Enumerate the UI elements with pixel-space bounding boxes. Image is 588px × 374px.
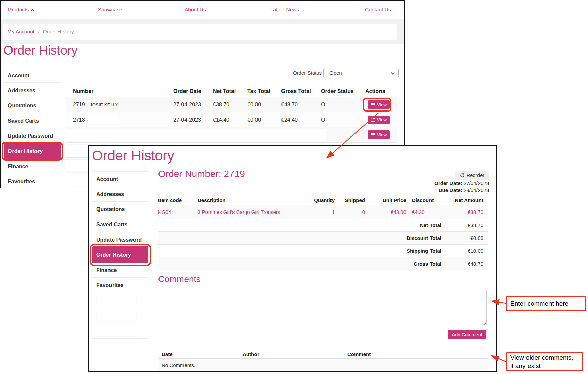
sidebar-item-finance[interactable]: Finance xyxy=(4,159,61,174)
breadcrumb-current: Order History xyxy=(43,29,74,34)
orders-table-header: Number Order Date Net Total Tax Total Gr… xyxy=(66,85,397,97)
arrow-clockwise-icon xyxy=(460,173,465,178)
sidebar-item-addresses[interactable]: Addresses xyxy=(92,186,148,202)
order-items-table: Item code Description Quantity Shipped U… xyxy=(158,195,488,270)
view-order-button[interactable]: View xyxy=(368,116,390,124)
screenshot-canvas: Products Showcase About Us Latest News C… xyxy=(0,0,588,374)
no-comments-message: No Comments. xyxy=(158,359,488,371)
comments-table: Date Author Comment No Comments. xyxy=(158,350,488,371)
sidebar-item-favourites[interactable]: Favourites xyxy=(92,278,148,293)
redaction-box xyxy=(64,129,326,141)
order-row-redacted: View xyxy=(66,127,397,143)
callout-older-comments: View older comments, if any exist xyxy=(506,352,583,371)
order-row-2719: 2719 - JOSIE KELLY 27-04-2023 €38.70 €0.… xyxy=(66,97,397,112)
redaction-box xyxy=(88,115,119,124)
account-sidebar: Account Addresses Quotations Saved Carts… xyxy=(4,68,61,188)
nav-item-latest-news[interactable]: Latest News xyxy=(270,1,299,19)
list-icon xyxy=(371,103,375,106)
items-table-header: Item code Description Quantity Shipped U… xyxy=(158,195,488,205)
nav-item-contact-us[interactable]: Contact Us xyxy=(365,1,391,19)
order-status-filter-label: Order Status xyxy=(271,68,322,78)
sidebar-item-finance[interactable]: Finance xyxy=(92,263,148,278)
item-row-kg04: KG04 3 Pommes Girl's Cargo Girl Trousers… xyxy=(158,205,488,219)
list-icon xyxy=(371,133,375,136)
sidebar-item-order-history-active[interactable]: Order History xyxy=(4,144,61,159)
order-detail-window: Order History Account Addresses Quotatio… xyxy=(88,145,497,372)
sidebar-item-saved-carts[interactable]: Saved Carts xyxy=(4,113,61,128)
view-order-button[interactable]: View xyxy=(368,130,390,139)
comments-table-header: Date Author Comment xyxy=(158,350,488,359)
chevron-up-icon xyxy=(31,9,34,13)
callout-enter-comment: Enter comment here xyxy=(506,296,586,311)
order-row-2718: 2718 - 27-04-2023 €14.40 €0.00 €24.40 O … xyxy=(66,112,397,127)
order-number-heading: Order Number: 2719 xyxy=(158,169,245,179)
order-date-line: Order Date: 27/04/2023 xyxy=(326,180,489,186)
sidebar-item-favourites[interactable]: Favourites xyxy=(4,174,61,188)
total-row-gross: Gross Total €48.70 xyxy=(158,257,488,270)
detail-account-sidebar: Account Addresses Quotations Saved Carts… xyxy=(92,171,148,339)
list-icon xyxy=(371,118,375,122)
sidebar-item-addresses[interactable]: Addresses xyxy=(4,83,61,98)
item-description-link[interactable]: 3 Pommes Girl's Cargo Girl Trousers xyxy=(198,205,306,219)
add-comment-button[interactable]: Add Comment xyxy=(448,330,486,339)
sidebar-item-update-password[interactable]: Update Password xyxy=(92,232,148,247)
sidebar-item-redacted xyxy=(92,293,148,308)
reorder-button[interactable]: Reorder xyxy=(455,171,489,180)
sidebar-item-account[interactable]: Account xyxy=(4,68,61,83)
nav-item-showcase[interactable]: Showcase xyxy=(98,1,122,19)
total-row-net: Net Total €38.70 xyxy=(158,219,488,232)
page-title: Order History xyxy=(3,43,77,58)
sidebar-item-saved-carts[interactable]: Saved Carts xyxy=(92,217,148,232)
breadcrumb: My Account/Order History xyxy=(3,24,397,40)
sidebar-item-redacted xyxy=(92,323,148,339)
redaction-box xyxy=(97,310,136,321)
sidebar-item-order-history-active[interactable]: Order History xyxy=(92,247,148,263)
chevron-down-icon xyxy=(391,71,394,74)
comment-input[interactable] xyxy=(158,290,487,325)
order-status-select[interactable]: Open xyxy=(323,68,399,78)
nav-item-about-us[interactable]: About Us xyxy=(185,1,206,19)
sidebar-item-redacted xyxy=(92,308,148,323)
total-row-shipping: Shipping Total €10.00 xyxy=(158,245,488,257)
breadcrumb-my-account-link[interactable]: My Account xyxy=(7,29,34,34)
sidebar-item-quotations[interactable]: Quotations xyxy=(4,98,61,113)
nav-products-label: Products xyxy=(8,7,29,13)
breadcrumb-separator: / xyxy=(38,29,39,34)
sidebar-item-quotations[interactable]: Quotations xyxy=(92,202,148,217)
redaction-box xyxy=(97,295,136,306)
item-code-link[interactable]: KG04 xyxy=(158,205,198,219)
order-status-selected-value: Open xyxy=(329,70,342,76)
customer-name: JOSIE KELLY xyxy=(90,102,118,107)
sidebar-item-account[interactable]: Account xyxy=(92,171,148,186)
comments-heading: Comments xyxy=(158,274,201,284)
view-order-button[interactable]: View xyxy=(368,100,390,109)
redaction-box xyxy=(95,325,138,336)
total-row-discount: Discount Total €0.00 xyxy=(158,232,488,245)
due-date-line: Due Date: 28/04/2023 xyxy=(326,187,489,193)
sidebar-item-update-password[interactable]: Update Password xyxy=(4,128,61,144)
nav-item-products[interactable]: Products xyxy=(8,1,34,19)
detail-page-title: Order History xyxy=(92,148,174,164)
